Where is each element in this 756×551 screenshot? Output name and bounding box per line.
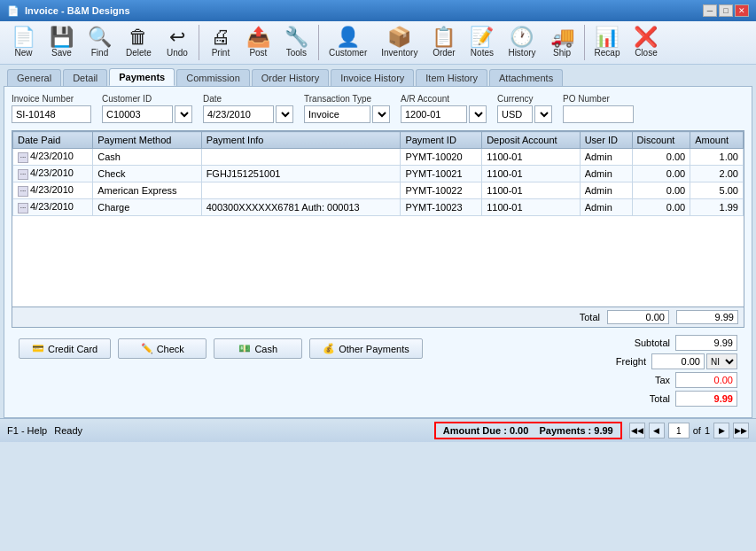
tab-invoice-history[interactable]: Invoice History [331, 69, 414, 86]
customer-button[interactable]: 👤 Customer [323, 25, 373, 60]
invoice-number-input[interactable] [12, 105, 91, 123]
credit-card-button[interactable]: 💳 Credit Card [19, 338, 111, 359]
cell-payment-info: 400300XXXXXX6781 Auth: 000013 [201, 199, 401, 216]
transaction-type-input[interactable] [304, 105, 370, 123]
minimize-button[interactable]: ─ [703, 4, 717, 17]
tab-commission[interactable]: Commission [176, 69, 250, 86]
summary-section: Subtotal Freight NI TX Tax Total [590, 331, 744, 410]
app-icon: 📄 [7, 5, 19, 17]
cell-user-id: Admin [580, 182, 632, 199]
currency-label: Currency [497, 94, 552, 104]
row-expand-btn[interactable]: ··· [18, 152, 28, 163]
order-label: Order [433, 48, 456, 58]
cell-discount: 0.00 [632, 182, 690, 199]
form-fields: Invoice Number Customer ID Date Transact… [12, 94, 744, 123]
other-payments-label: Other Payments [339, 344, 409, 354]
credit-card-icon: 💳 [32, 343, 44, 354]
tab-detail[interactable]: Detail [63, 69, 107, 86]
check-button[interactable]: ✏️ Check [118, 338, 207, 359]
tab-attachments[interactable]: Attachments [489, 69, 563, 86]
history-button[interactable]: 🕐 History [502, 25, 542, 60]
ar-account-input[interactable] [401, 105, 467, 123]
check-label: Check [157, 344, 184, 354]
order-button[interactable]: 📋 Order [425, 25, 462, 60]
tax-label: Tax [621, 375, 670, 385]
total-pages: 1 [705, 425, 710, 436]
first-page-button[interactable]: ◀◀ [629, 423, 645, 438]
post-button[interactable]: 📤 Post [240, 25, 277, 60]
table-row: ···4/23/2010 Cash PYMT-10020 1100-01 Adm… [13, 149, 744, 166]
cell-payment-info [201, 182, 401, 199]
currency-input[interactable] [497, 105, 533, 123]
cell-user-id: Admin [580, 199, 632, 216]
row-expand-btn[interactable]: ··· [18, 203, 28, 213]
ar-account-select[interactable] [469, 105, 487, 123]
transaction-type-select[interactable] [372, 105, 390, 123]
po-number-label: PO Number [563, 94, 634, 104]
date-input[interactable] [203, 105, 274, 123]
recap-button[interactable]: 📊 Recap [588, 25, 627, 60]
notes-button[interactable]: 📝 Notes [464, 25, 500, 60]
ship-button[interactable]: 🚚 Ship [544, 25, 581, 60]
inventory-label: Inventory [381, 48, 417, 58]
tax-row: Tax [621, 372, 737, 388]
customer-id-input[interactable] [102, 105, 173, 123]
total-summary-label: Total [621, 393, 670, 404]
freight-value[interactable] [651, 353, 705, 369]
tab-payments[interactable]: Payments [109, 68, 175, 86]
print-button[interactable]: 🖨 Print [203, 25, 238, 60]
invoice-number-label: Invoice Number [12, 94, 91, 104]
customer-label: Customer [329, 48, 367, 58]
date-label: Date [203, 94, 293, 104]
tab-order-history[interactable]: Order History [252, 69, 329, 86]
new-button[interactable]: 📄 New [5, 25, 42, 60]
cell-date-paid: ···4/23/2010 [13, 149, 93, 166]
inventory-button[interactable]: 📦 Inventory [375, 25, 424, 60]
row-expand-btn[interactable]: ··· [18, 186, 28, 197]
close-label: Close [635, 48, 658, 58]
next-page-button[interactable]: ▶ [713, 423, 729, 438]
total-amount-value [676, 310, 738, 324]
close-button[interactable]: ❌ Close [627, 25, 664, 60]
maximize-button[interactable]: □ [719, 4, 733, 17]
cell-deposit-account: 1100-01 [482, 166, 580, 182]
customer-icon: 👤 [336, 27, 360, 47]
toolbar: 📄 New 💾 Save 🔍 Find 🗑 Delete ↩ Undo 🖨 Pr… [0, 21, 756, 65]
window-title: Invoice - B&M Designs [25, 5, 130, 16]
customer-id-group: Customer ID [102, 94, 192, 123]
row-expand-btn[interactable]: ··· [18, 169, 28, 180]
save-button[interactable]: 💾 Save [43, 25, 80, 60]
freight-option-select[interactable]: NI TX [706, 353, 737, 369]
subtotal-value [675, 335, 737, 351]
date-select[interactable] [276, 105, 293, 123]
action-buttons: 💳 Credit Card ✏️ Check 💵 Cash 💰 Other Pa… [12, 331, 430, 362]
tab-item-history[interactable]: Item History [416, 69, 487, 86]
current-page-input[interactable] [668, 423, 690, 438]
undo-label: Undo [167, 48, 188, 58]
undo-button[interactable]: ↩ Undo [160, 25, 195, 60]
cash-button[interactable]: 💵 Cash [214, 338, 302, 359]
total-summary-row: Total [621, 391, 737, 407]
new-label: New [14, 48, 32, 58]
last-page-button[interactable]: ▶▶ [733, 423, 749, 438]
customer-id-select[interactable] [175, 105, 192, 123]
cell-payment-method: Charge [93, 199, 201, 216]
close-window-button[interactable]: ✕ [735, 4, 749, 17]
cell-discount: 0.00 [632, 199, 690, 216]
toolbar-separator-1 [199, 25, 199, 60]
order-icon: 📋 [432, 27, 456, 47]
find-button[interactable]: 🔍 Find [82, 25, 118, 60]
freight-label: Freight [597, 356, 646, 367]
po-number-input[interactable] [563, 105, 634, 123]
recap-icon: 📊 [595, 27, 619, 47]
col-deposit-account: Deposit Account [482, 132, 580, 149]
currency-select[interactable] [534, 105, 552, 123]
other-payments-button[interactable]: 💰 Other Payments [309, 338, 422, 359]
tools-button[interactable]: 🔧 Tools [278, 25, 315, 60]
tab-general[interactable]: General [7, 69, 61, 86]
prev-page-button[interactable]: ◀ [649, 423, 665, 438]
save-icon: 💾 [50, 27, 74, 47]
tax-value [675, 372, 737, 388]
help-label: F1 - Help [7, 425, 47, 436]
delete-button[interactable]: 🗑 Delete [120, 25, 158, 60]
